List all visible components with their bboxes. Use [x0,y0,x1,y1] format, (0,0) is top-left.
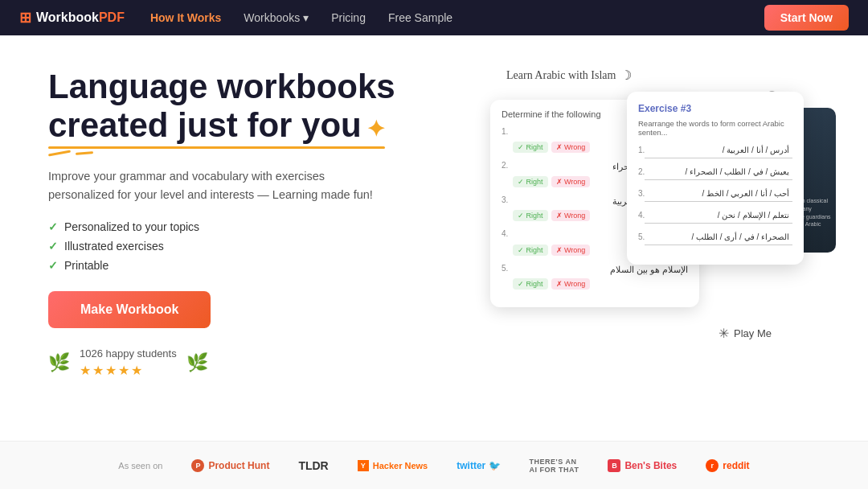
hero-title: Language workbooks created just for you✦ [48,68,418,146]
sparkle-icon: ✦ [366,117,385,142]
rearrange-row-5: 5. الصحراء / في / أرى / الطلب / [638,232,792,245]
chevron-down-icon: ▾ [303,11,309,24]
features-list: ✓Personalized to your topics ✓Illustrate… [48,220,418,272]
nav-links: How It Works Workbooks ▾ Pricing Free Sa… [150,11,452,24]
preview-container: Learn Arabic with Islam ☽ ↷ Determine if… [482,68,788,341]
right-button[interactable]: ✓ Right [513,278,548,290]
hero-subtitle: Improve your grammar and vocabulary with… [48,167,386,204]
rearrange-row-3: 3. أحب / أنا / العربي / الخط / [638,188,792,202]
check-icon-2: ✓ [48,240,58,253]
brand-hacker-news[interactable]: Y Hacker News [358,460,428,471]
nav-how-it-works[interactable]: How It Works [150,11,221,24]
nav-workbooks[interactable]: Workbooks ▾ [244,11,309,24]
navbar-left: ⊞ WorkbookPDF How It Works Workbooks ▾ P… [19,9,452,27]
brand-reddit[interactable]: r reddit [706,459,749,472]
check-icon-1: ✓ [48,220,58,233]
right-button[interactable]: ✓ Right [513,244,548,256]
rearrange-row-1: 1. أدرس / أنا / العربية / [638,145,792,158]
right-button[interactable]: ✓ Right [513,142,548,153]
brands-bar: As seen on P Product Hunt TLDR Y Hacker … [0,441,868,489]
play-me-label: Play Me [734,327,772,339]
deco-lines [48,152,418,154]
star-rating: ★★★★★ [80,363,177,378]
nav-pricing[interactable]: Pricing [331,11,366,24]
wrong-button[interactable]: ✗ Wrong [551,176,591,187]
table-row: 5. الإسلام هو بين السلام ✓ Right ✗ Wrong [502,264,688,290]
students-count: 1026 happy students [80,347,177,360]
hn-icon: Y [358,460,369,471]
feature-item-1: ✓Personalized to your topics [48,220,418,233]
brand-product-hunt[interactable]: P Product Hunt [191,459,269,472]
wrong-button[interactable]: ✗ Wrong [551,244,591,256]
students-info: 1026 happy students ★★★★★ [80,347,177,378]
brand-tldr[interactable]: TLDR [298,459,328,472]
rearrange-card: Exercise #3 Rearrange the words to form … [627,92,804,265]
main-content: Language workbooks created just for you✦… [0,35,868,441]
as-seen-label: As seen on [118,461,162,471]
hero-right: Learn Arabic with Islam ☽ ↷ Determine if… [450,68,820,425]
navbar: ⊞ WorkbookPDF How It Works Workbooks ▾ P… [0,0,868,35]
brand-twitter[interactable]: twitter 🐦 [457,460,500,471]
deco-line-1 [48,150,71,156]
learn-label: Learn Arabic with Islam ☽ [506,68,632,83]
brand-ai-for-that[interactable]: THERE'S ANAI FOR THAT [530,458,579,474]
right-button[interactable]: ✓ Right [513,176,548,187]
laurel-left-icon: 🌿 [48,352,70,373]
laurel-right-icon: 🌿 [186,352,208,373]
logo-text: WorkbookPDF [36,10,125,25]
feature-item-3: ✓Printable [48,259,418,272]
reddit-icon: r [706,459,719,472]
check-icon-3: ✓ [48,259,58,272]
logo[interactable]: ⊞ WorkbookPDF [19,9,125,27]
brand-bens-bites[interactable]: B Ben's Bites [608,459,677,472]
make-workbook-button[interactable]: Make Workbook [48,291,211,328]
hero-left: Language workbooks created just for you✦… [48,68,418,425]
play-me-button[interactable]: ✳ Play Me [719,326,772,341]
bens-icon: B [608,459,620,472]
rearrange-instruction: Rearrange the words to form correct Arab… [638,119,792,137]
ph-icon: P [191,459,204,472]
moon-icon: ☽ [620,68,632,83]
start-now-button[interactable]: Start Now [764,5,849,31]
wrong-button[interactable]: ✗ Wrong [551,142,591,153]
social-proof: 🌿 1026 happy students ★★★★★ 🌿 [48,347,418,378]
wrong-button[interactable]: ✗ Wrong [551,210,591,221]
rearrange-row-4: 4. نتعلم / الإسلام / نحن / [638,210,792,224]
nav-free-sample[interactable]: Free Sample [388,11,452,24]
deco-line-2 [76,151,93,155]
feature-item-2: ✓Illustrated exercises [48,240,418,253]
play-icon: ✳ [719,326,729,341]
right-button[interactable]: ✓ Right [513,210,548,221]
rearrange-row-2: 2. يعيش / في / الطلب / الصحراء / [638,166,792,180]
rearrange-title: Exercise #3 [638,103,792,114]
logo-icon: ⊞ [19,9,31,27]
wrong-button[interactable]: ✗ Wrong [551,278,591,290]
